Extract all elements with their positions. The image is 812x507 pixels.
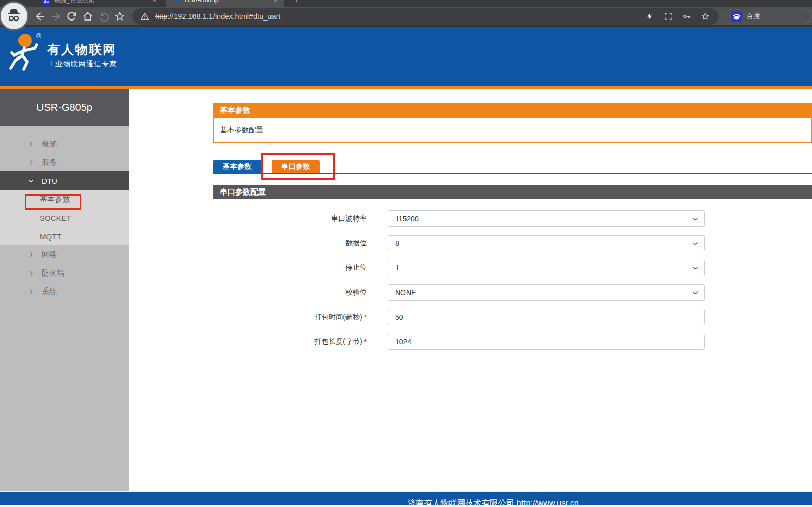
select-chevron-icon — [692, 289, 699, 298]
packing-time-input[interactable] — [388, 309, 705, 325]
not-secure-warning-icon[interactable] — [139, 10, 151, 23]
baud-rate-select[interactable]: 115200 — [388, 210, 705, 227]
required-asterisk: * — [364, 338, 367, 346]
parity-select[interactable]: NONE — [388, 284, 705, 301]
baidu-search-pill[interactable]: 百度 — [725, 9, 812, 24]
page-footer: 济南有人物联网技术有限公司 http://www.usr.cn — [0, 492, 812, 505]
field-label: 停止位 — [129, 263, 367, 272]
footer-company: 济南有人物联网技术有限公司 — [408, 499, 514, 507]
back-icon[interactable] — [33, 9, 47, 24]
new-tab-button[interactable]: + — [291, 0, 303, 6]
close-icon[interactable]: × — [272, 0, 279, 4]
home-icon[interactable] — [81, 9, 95, 24]
address-bar[interactable]: http://192.168.1.1/index.html#dtu_uart — [132, 8, 719, 25]
favorite-star-icon[interactable] — [699, 10, 711, 23]
required-asterisk: * — [364, 313, 367, 321]
brand-name: 有人物联网 — [47, 41, 117, 58]
device-name: USR-G805p — [0, 89, 129, 126]
sidebar-item-label: DTU — [42, 177, 57, 185]
browser-tab-usr[interactable]: USR-G805p × — [166, 0, 284, 7]
close-icon[interactable]: × — [151, 0, 158, 4]
svg-text:du: du — [44, 0, 49, 4]
browser-toolbar: http://192.168.1.1/index.html#dtu_uart — [0, 7, 812, 27]
baidu-favicon: du — [42, 0, 50, 5]
serial-params-form: 串口波特率 115200 数据位 8 停止位 1 — [129, 210, 812, 350]
url-rest: ://192.168.1.1/index.html#dtu_uart — [167, 12, 280, 21]
sidebar-item-label: 概览 — [42, 139, 57, 149]
url-scheme: http — [155, 12, 167, 21]
sidebar: USR-G805p 概览 服务 DTU 基本参数 SOCKET MQTT — [0, 89, 129, 491]
form-row: 校验位 NONE — [129, 284, 812, 301]
lightning-extension-icon[interactable] — [644, 10, 656, 23]
data-bits-select[interactable]: 8 — [388, 235, 705, 251]
select-value: 1 — [395, 264, 399, 272]
select-value: 8 — [395, 239, 399, 247]
select-value: 115200 — [395, 215, 419, 223]
field-label: 打包时间(毫秒) * — [129, 313, 367, 322]
sidebar-subitem-socket[interactable]: SOCKET — [0, 208, 129, 227]
bookmark-star-icon[interactable] — [112, 9, 127, 24]
annotation-red-box-sidebar — [25, 194, 81, 210]
chevron-right-icon — [28, 141, 34, 147]
brand-tagline: 工业物联网通信专家 — [48, 60, 117, 69]
incognito-avatar-icon[interactable] — [1, 3, 27, 29]
browser-tab-baidu[interactable]: du 锐捷_百度搜索 × — [36, 0, 163, 7]
undo-history-icon[interactable] — [96, 9, 111, 24]
main-content: 基本参数 基本参数配置 基本参数 串口参数 串口参数配置 串口波特率 11520… — [129, 89, 812, 491]
basic-params-panel: 基本参数 基本参数配置 — [213, 103, 812, 143]
sidebar-item-overview[interactable]: 概览 — [0, 134, 129, 153]
chevron-down-icon — [28, 178, 34, 184]
baidu-paw-icon — [731, 11, 742, 22]
form-row: 打包长度(字节) * — [129, 334, 812, 350]
password-key-icon[interactable] — [681, 10, 693, 23]
reload-icon[interactable] — [65, 9, 79, 24]
header-accent-strip — [0, 86, 812, 89]
forward-icon[interactable] — [49, 9, 63, 24]
form-row: 串口波特率 115200 — [129, 210, 812, 227]
tab-title: USR-G805p — [185, 0, 272, 4]
section-title: 串口参数配置 — [213, 185, 812, 199]
sidebar-item-label: 防火墙 — [42, 268, 65, 278]
chevron-right-icon — [28, 159, 34, 166]
form-row: 打包时间(毫秒) * — [129, 309, 812, 325]
sidebar-item-system[interactable]: 系统 — [0, 282, 129, 301]
select-chevron-icon — [692, 265, 699, 273]
subitem-label: SOCKET — [40, 213, 71, 222]
annotation-red-box-tab — [261, 153, 335, 180]
site-header: ® 有人物联网 工业物联网通信专家 — [0, 27, 812, 86]
packing-length-input[interactable] — [388, 334, 705, 350]
subitem-label: MQTT — [40, 232, 62, 241]
chevron-right-icon — [28, 288, 34, 295]
field-label: 校验位 — [129, 288, 367, 297]
stop-bits-select[interactable]: 1 — [388, 260, 705, 276]
sidebar-item-label: 系统 — [42, 287, 57, 297]
url-text: http://192.168.1.1/index.html#dtu_uart — [155, 12, 280, 21]
tab-basic-params[interactable]: 基本参数 — [213, 160, 261, 173]
sidebar-item-network[interactable]: 网络 — [0, 245, 129, 264]
form-row: 停止位 1 — [129, 260, 812, 276]
tab-title: 锐捷_百度搜索 — [54, 0, 151, 5]
sidebar-item-firewall[interactable]: 防火墙 — [0, 264, 129, 282]
sidebar-item-label: 网络 — [42, 250, 57, 260]
usr-favicon — [172, 0, 181, 5]
sidebar-item-dtu[interactable]: DTU — [0, 171, 129, 190]
sidebar-item-label: 服务 — [42, 158, 57, 167]
sidebar-subitem-mqtt[interactable]: MQTT — [0, 227, 129, 245]
panel-title: 基本参数 — [213, 103, 812, 118]
select-value: NONE — [395, 288, 416, 297]
form-row: 数据位 8 — [129, 235, 812, 251]
field-label: 打包长度(字节) * — [129, 337, 367, 346]
chevron-right-icon — [28, 270, 34, 277]
svg-text:®: ® — [36, 33, 41, 40]
browser-tab-strip: du 锐捷_百度搜索 × USR-G805p × + — [0, 0, 812, 7]
screenshot-capture-icon[interactable] — [662, 10, 674, 23]
select-chevron-icon — [692, 216, 699, 224]
field-label: 数据位 — [129, 239, 367, 248]
select-chevron-icon — [692, 240, 699, 248]
field-label: 串口波特率 — [129, 214, 367, 223]
sidebar-item-service[interactable]: 服务 — [0, 153, 129, 171]
browser-window: du 锐捷_百度搜索 × USR-G805p × + — [0, 0, 812, 507]
usr-logo-icon: ® — [8, 32, 43, 74]
footer-link[interactable]: http://www.usr.cn — [517, 499, 579, 507]
search-pill-label: 百度 — [746, 12, 761, 21]
